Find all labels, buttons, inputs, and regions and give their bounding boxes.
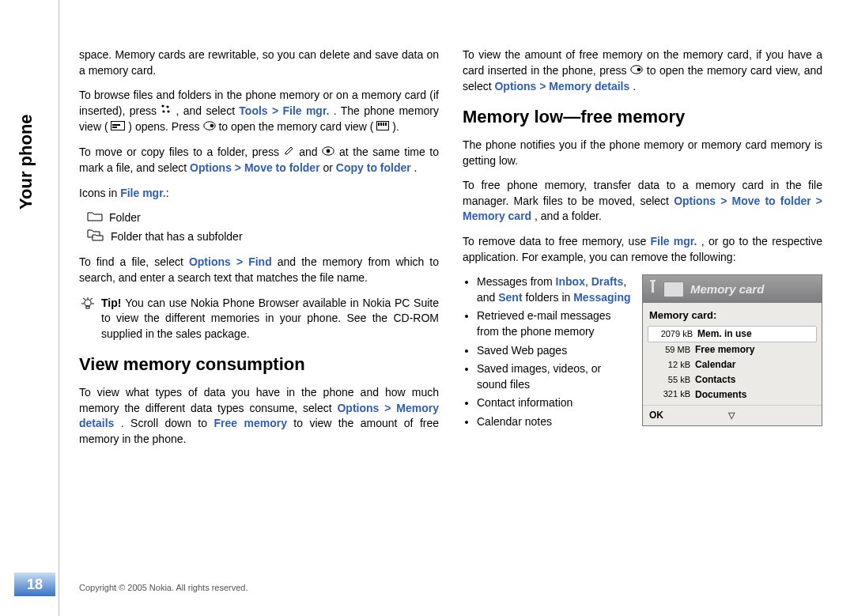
ui-path: Move to folder (732, 195, 811, 207)
icon-row: Folder that has a subfolder (87, 229, 439, 246)
ui-path: Memory card (463, 210, 531, 222)
svg-rect-10 (378, 123, 380, 126)
signal-icon (649, 280, 657, 298)
widget-value: 2079 kB (650, 328, 693, 340)
widget-row[interactable]: 12 kB Calendar (648, 357, 817, 372)
ui-path: File mgr. (282, 104, 329, 117)
icon-row: Folder (87, 210, 439, 226)
text: folders in (523, 291, 574, 304)
scroll-key-icon (322, 145, 334, 161)
list-item: Calendar notes (477, 414, 631, 430)
svg-rect-12 (383, 123, 384, 126)
ui-sep: > (384, 402, 396, 414)
memory-card-widget: Memory card Memory card: 2079 kB Mem. in… (642, 274, 822, 426)
list-item: Retrieved e-mail messages from the phone… (477, 308, 631, 339)
text: . (414, 161, 418, 174)
para: To remove data to free memory, use File … (463, 234, 822, 265)
para: To browse files and folders in the phone… (79, 88, 439, 135)
text: To remove data to free memory, use (463, 235, 650, 248)
widget-value: 55 kB (648, 374, 690, 386)
svg-point-1 (167, 106, 169, 108)
memory-card-icon (376, 119, 389, 135)
memory-card-header-icon (663, 282, 684, 297)
list-item: Saved Web pages (477, 343, 631, 359)
ui-path: Copy to folder (336, 161, 411, 174)
icons-heading: Icons in File mgr.: (79, 186, 439, 202)
tip-icon (81, 297, 95, 316)
ui-sep: > (816, 195, 822, 207)
content-columns: space. Memory cards are rewritable, so y… (79, 47, 830, 554)
scroll-right-key-icon (630, 63, 643, 79)
widget-value: 321 kB (648, 388, 690, 400)
text: , and select (176, 104, 240, 117)
svg-rect-11 (380, 123, 382, 126)
column-left: space. Memory cards are rewritable, so y… (79, 47, 439, 554)
para: To view the amount of free memory on the… (463, 47, 822, 94)
softkey-ok[interactable]: OK (649, 409, 663, 422)
ui-path: Tools (239, 104, 267, 117)
text: ). (392, 120, 399, 133)
widget-title: Memory card (690, 281, 764, 297)
list-item: Messages from Inbox, Drafts, and Sent fo… (477, 274, 631, 305)
text: ) opens. Press (128, 120, 202, 133)
ui-path: Sent (498, 291, 522, 304)
icon-list: Folder Folder that has a subfolder (87, 210, 439, 245)
ui-path: Find (248, 255, 272, 268)
page-number: 18 (14, 573, 55, 596)
widget-row-selected[interactable]: 2079 kB Mem. in use (648, 326, 817, 342)
phone-memory-icon (111, 119, 125, 135)
widget-header: Memory card (643, 275, 822, 303)
widget-row[interactable]: 59 MB Free memory (648, 342, 817, 357)
page-number-value: 18 (27, 576, 43, 593)
column-right: To view the amount of free memory on the… (463, 47, 822, 554)
icon-label: Folder that has a subfolder (111, 229, 243, 245)
bullet-list: Messages from Inbox, Drafts, and Sent fo… (463, 274, 631, 429)
icon-label: Folder (109, 210, 141, 226)
folder-subfolder-icon (87, 229, 104, 246)
ui-path: File mgr. (650, 235, 697, 248)
heading-view-memory: View memory consumption (79, 353, 439, 377)
ui-sep: > (720, 195, 731, 207)
ui-path: Options (674, 195, 716, 207)
para: To move or copy files to a folder, press… (79, 145, 439, 176)
svg-rect-20 (652, 282, 654, 293)
edit-key-icon (284, 145, 295, 161)
bullets-and-widget: Messages from Inbox, Drafts, and Sent fo… (463, 274, 822, 439)
widget-row[interactable]: 55 kB Contacts (648, 372, 817, 387)
ui-path: Inbox (556, 275, 585, 288)
svg-rect-6 (112, 127, 117, 128)
svg-rect-17 (86, 306, 89, 308)
text: To find a file, select (79, 255, 189, 268)
svg-rect-13 (385, 123, 387, 126)
svg-point-15 (327, 149, 331, 153)
widget-label: Documents (695, 388, 817, 402)
widget-label: Calendar (695, 358, 817, 372)
sidebar-tab-label: Your phone (16, 114, 36, 210)
svg-point-0 (162, 105, 164, 108)
ui-path: Options (494, 80, 536, 93)
svg-point-16 (85, 299, 91, 305)
ui-path: Messaging (573, 291, 630, 304)
svg-point-2 (163, 111, 165, 113)
sidebar-divider (59, 0, 59, 616)
svg-point-8 (210, 124, 214, 128)
menu-key-icon (161, 104, 172, 119)
ui-path: Options (190, 161, 232, 174)
text: space. Memory cards are rewritable, so y… (79, 48, 439, 77)
widget-value: 59 MB (648, 344, 690, 356)
svg-point-3 (168, 111, 170, 113)
text: , and a folder. (535, 210, 602, 222)
heading-memory-low: Memory low—free memory (463, 105, 822, 130)
ui-path: File mgr. (120, 187, 166, 199)
widget-label: Mem. in use (697, 327, 814, 341)
text: To move or copy files to a folder, press (79, 145, 284, 158)
scroll-right-key-icon (203, 119, 216, 135)
widget-row[interactable]: 321 kB Documents (648, 387, 817, 402)
widget-footer: OK ▽ (643, 405, 822, 425)
widget-section-title: Memory card: (648, 306, 817, 326)
page: Your phone 18 space. Memory cards are re… (0, 0, 854, 616)
chevron-down-icon[interactable]: ▽ (728, 410, 735, 421)
svg-rect-5 (112, 124, 120, 126)
para: space. Memory cards are rewritable, so y… (79, 47, 439, 78)
ui-path: Memory details (549, 80, 629, 93)
